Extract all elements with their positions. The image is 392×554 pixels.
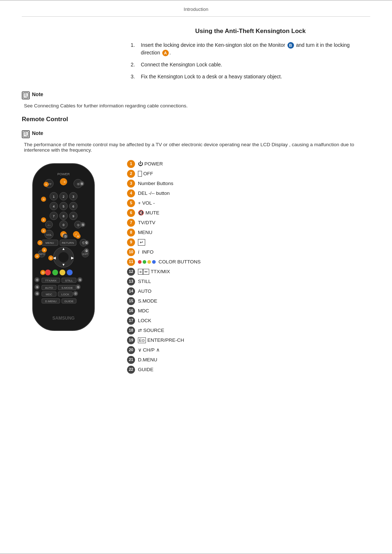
remote-section-title: Remote Control [22,116,370,123]
svg-text:⑲: ⑲ [82,223,84,226]
red-dot [138,260,142,264]
remote-num-9: 9 [127,238,135,246]
svg-text:MENU: MENU [45,241,54,245]
yellow-dot [147,260,151,264]
remote-num-17: 17 [127,317,135,325]
remote-item-7: 7 TV/DTV [127,219,370,227]
note1-box: Note [22,91,370,99]
remote-num-4: 4 [127,189,135,197]
remote-num-7: 7 [127,219,135,227]
remote-item-5: 5 + VOL - [127,199,370,207]
note1-label: Note [32,91,43,97]
svg-text:8: 8 [62,214,64,218]
svg-text:-/--: -/-- [48,224,51,226]
svg-text:⑮: ⑮ [77,286,79,288]
remote-num-16: 16 [127,307,135,315]
remote-text-17: LOCK [138,317,151,324]
svg-text:VOL: VOL [46,233,52,237]
svg-text:▲: ▲ [62,247,65,251]
remote-item-4: 4 DEL -/-- button [127,189,370,197]
svg-text:2: 2 [62,195,64,198]
svg-text:STILL: STILL [65,279,73,282]
remote-item-8: 8 MENU [127,229,370,237]
return-icon: ↵ [138,239,145,246]
svg-text:▶: ▶ [71,256,74,260]
svg-text:SAMSUNG: SAMSUNG [52,316,74,321]
remote-item-18: 18 ⇄ SOURCE [127,327,370,335]
anti-theft-section: Using the Anti-Theft Kensington Lock 1. … [131,28,370,81]
svg-text:㉒: ㉒ [85,250,88,252]
anti-theft-step-2: 2. Connect the Kensington Lock cable. [131,61,370,69]
top-border [0,0,392,0]
remote-text-12: ≡✏ TTX/MIX [138,268,170,275]
remote-item-6: 6 🔇 MUTE [127,209,370,217]
remote-num-18: 18 [127,327,135,335]
svg-text:④: ④ [42,219,45,221]
remote-text-16: MDC [138,308,149,315]
remote-num-15: 15 [127,297,135,305]
remote-num-13: 13 [127,278,135,286]
note2-icon [22,130,30,138]
green-dot [143,260,146,264]
remote-item-16: 16 MDC [127,307,370,315]
svg-text:⑭: ⑭ [36,286,38,288]
remote-text-11: COLOR BUTTONS [138,259,201,266]
remote-num-22: 22 [127,366,135,374]
svg-text:TTX/MIX: TTX/MIX [45,279,57,282]
svg-text:⑪: ⑪ [42,271,44,274]
svg-text:②: ② [45,183,47,186]
step-num-2: 2. [131,61,139,69]
remote-num-6: 6 [127,209,135,217]
remote-num-21: 21 [127,356,135,364]
svg-text:INFO: INFO [39,253,45,255]
del-icon: -/-- [149,190,155,196]
remote-num-3: 3 [127,180,135,188]
anti-theft-list: 1. Insert the locking device into the Ke… [131,41,370,81]
svg-point-58 [60,270,65,275]
note2-container: Note The performance of the remote contr… [22,130,370,153]
remote-text-8: MENU [138,229,152,236]
svg-text:AUTO: AUTO [45,286,53,290]
source-icon: ⇄ [138,328,142,333]
anti-theft-step-3: 3. Fix the Kensington Lock to a desk or … [131,73,370,81]
step-text-3: Fix the Kensington Lock to a desk or a h… [141,73,282,81]
ttx-icon: ≡ [138,269,143,275]
note1-container: Note See Connecting Cables for further i… [22,91,370,108]
remote-num-12: 12 [127,268,135,276]
note2-box: Note [22,130,370,138]
remote-text-5: + VOL - [138,200,155,207]
note1-icon [22,91,30,99]
remote-num-20: 20 [127,346,135,354]
svg-text:GUIDE: GUIDE [64,300,73,303]
step-num-3: 3. [131,73,139,81]
svg-text:MDC: MDC [46,293,52,296]
svg-text:⑨: ⑨ [50,257,52,259]
remote-text-20: ∨ CH/P ∧ [138,347,160,354]
remote-text-19: E⊙ ENTER/PRE-CH [138,337,184,344]
svg-text:⑱: ⑱ [77,183,79,185]
remote-text-15: S.MODE [138,298,157,305]
step-text-2: Connect the Kensington Lock cable. [141,61,222,69]
page-header: Introduction [22,0,370,17]
svg-text:LOCK: LOCK [61,293,69,296]
remote-text-18: ⇄ SOURCE [138,327,164,334]
power-icon: ⏻ [138,161,143,167]
remote-text-4: DEL -/-- button [138,190,170,197]
note2-label: Note [32,130,43,136]
svg-text:⑬: ⑬ [79,279,81,281]
info-icon: i [138,249,139,255]
remote-num-19: 19 [127,336,135,344]
remote-image: POWER OFF ① ⑱ 1 2 3 4 5 [22,160,116,376]
svg-text:7: 7 [53,214,54,218]
remote-text-21: D.MENU [138,357,157,364]
svg-text:5: 5 [62,205,64,208]
svg-text:EXIT: EXIT [82,253,88,255]
remote-item-21: 21 D.MENU [127,356,370,364]
svg-text:4: 4 [53,205,54,208]
svg-text:S.MODE: S.MODE [61,286,73,290]
remote-item-13: 13 STILL [127,278,370,286]
off-icon [138,171,142,177]
svg-point-47 [58,252,69,262]
ttx-icon2: ✏ [143,269,149,275]
remote-item-3: 3 Number Buttons [127,180,370,188]
